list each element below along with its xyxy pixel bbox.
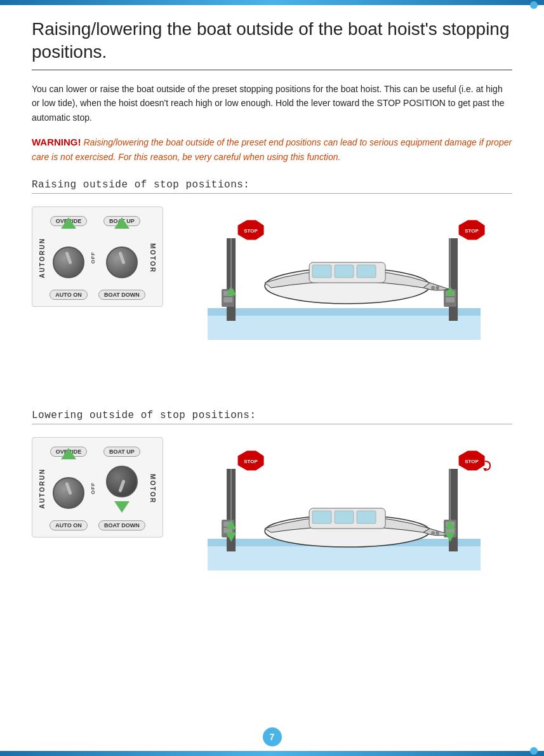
switch2-raising: BOAT UP BOAT DOWN [98,216,145,300]
off-label-1: OFF [90,239,96,277]
knob1-raising [50,229,88,286]
svg-rect-10 [223,297,232,302]
arrow-up-1 [61,217,76,229]
switch2-lowering: BOAT UP BOAT DOWN [98,447,145,530]
knob1-lowering [50,459,88,516]
motor-label-1: MOTOR [149,243,156,273]
svg-point-48 [435,531,439,535]
svg-point-47 [431,531,435,535]
svg-rect-44 [312,511,331,523]
autorun-label-2: AUTORUN [39,468,46,509]
svg-rect-45 [335,511,354,523]
svg-rect-25 [208,545,481,570]
autoon-label-2: AUTO ON [50,520,87,530]
raising-illustration: STOP STOP [176,206,512,340]
raising-svg: STOP STOP [176,206,512,340]
section-gap [32,346,512,372]
lowering-illustration: STOP STOP [176,437,512,570]
lowering-svg: STOP STOP [176,437,512,570]
svg-rect-19 [335,265,354,278]
control-panel-lowering: AUTORUN OVERIDE AUTO ON OFF BOAT UP [32,437,163,537]
top-bar [0,0,544,5]
top-circle-accent [530,1,538,9]
warning-label: WARNING! [32,137,81,147]
switch1-lowering: OVERIDE AUTO ON [50,447,88,530]
intro-paragraph: You can lower or raise the boat outside … [32,82,512,125]
svg-rect-18 [312,265,331,278]
arrow-up-2 [114,217,129,229]
knob2-raising [103,229,141,286]
section1-title: Raising outside of stop positions: [32,179,512,194]
autorun-label-1: AUTORUN [39,238,46,278]
svg-text:STOP: STOP [465,228,479,234]
boatdown-label-1: BOAT DOWN [98,290,145,300]
spacer [32,372,512,410]
svg-rect-20 [357,265,376,278]
main-content: Raising/lowering the boat outside of the… [0,5,544,615]
section2-title: Lowering outside of stop positions: [32,410,512,424]
control-panel-raising: AUTORUN OVERIDE AUTO ON OFF BOAT UP [32,206,163,307]
boatdown-label-2: BOAT DOWN [98,520,145,530]
title-divider [32,69,512,71]
svg-rect-13 [446,297,454,302]
knob2-lowering [103,459,141,516]
svg-point-22 [435,286,439,290]
svg-rect-0 [208,314,481,340]
lowering-diagram-row: AUTORUN OVERIDE AUTO ON OFF BOAT UP [32,437,512,570]
raising-diagram-row: AUTORUN OVERIDE AUTO ON OFF BOAT UP [32,206,512,340]
bottom-bar [0,751,544,756]
svg-text:STOP: STOP [465,459,479,464]
switch1-raising: OVERIDE AUTO ON [50,216,88,300]
svg-point-21 [431,286,435,290]
warning-text: Raising/lowering the boat outside of the… [32,137,512,162]
autoon-label-1: AUTO ON [50,290,87,300]
page-number: 7 [270,732,275,742]
arrow-up-3 [61,448,76,459]
arrow-down-1 [114,501,129,513]
page-title: Raising/lowering the boat outside of the… [32,18,512,64]
svg-text:STOP: STOP [244,459,258,464]
page-number-container: 7 [263,727,282,746]
warning-block: WARNING! Raising/lowering the boat outsi… [32,135,512,164]
off-label-2: OFF [90,469,96,508]
boatup-label-2: BOAT UP [103,447,140,457]
svg-text:STOP: STOP [244,228,258,234]
motor-label-2: MOTOR [149,474,156,504]
svg-rect-1 [208,308,481,316]
bottom-circle-accent [530,747,538,755]
svg-rect-46 [357,511,376,523]
